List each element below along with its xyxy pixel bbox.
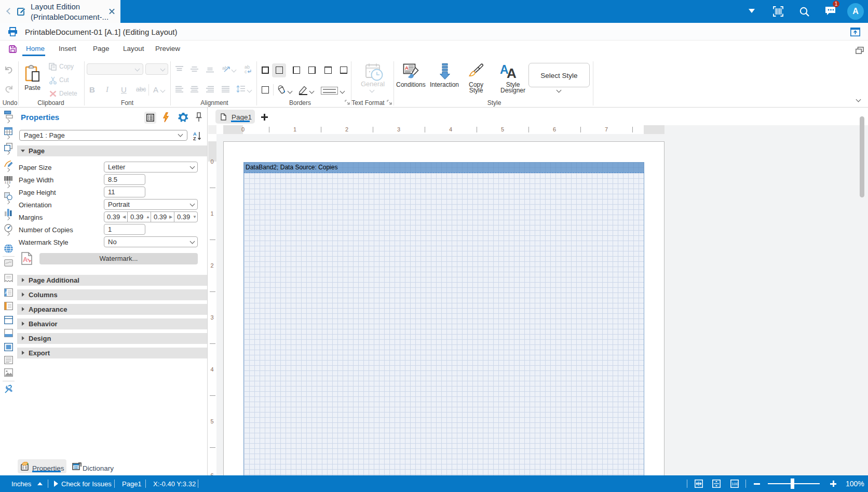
svg-text:A: A (405, 65, 409, 71)
svg-text:Z: Z (193, 136, 196, 141)
svg-text:c: c (245, 69, 247, 74)
svg-text:100: 100 (731, 482, 738, 486)
svg-text:A: A (5, 290, 8, 295)
svg-text:A: A (507, 65, 517, 81)
svg-text:1 2 3: 1 2 3 (5, 181, 10, 183)
svg-text:A: A (23, 256, 28, 263)
